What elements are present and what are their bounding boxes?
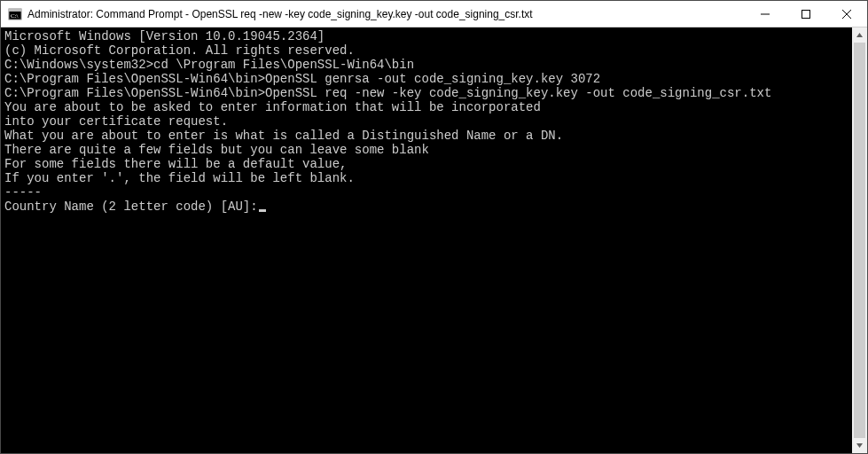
command-prompt-window: C:\ Administrator: Command Prompt - Open… [0,0,868,454]
terminal-output[interactable]: Microsoft Windows [Version 10.0.19045.23… [1,27,852,453]
terminal-cursor [259,209,266,212]
window-controls [745,1,867,27]
terminal-line: C:\Program Files\OpenSSL-Win64\bin>OpenS… [4,86,848,100]
terminal-line: For some fields there will be a default … [4,157,848,171]
minimize-button[interactable] [745,1,786,27]
close-button[interactable] [826,1,867,27]
svg-line-5 [842,10,851,19]
scrollbar-thumb[interactable] [854,43,865,438]
terminal-line: Country Name (2 letter code) [AU]: [4,200,848,214]
terminal-line: C:\Program Files\OpenSSL-Win64\bin>OpenS… [4,72,848,86]
svg-text:C:\: C:\ [11,12,19,20]
maximize-button[interactable] [786,1,826,27]
terminal-line: into your certificate request. [4,114,848,129]
terminal-line: C:\Windows\system32>cd \Program Files\Op… [4,58,848,72]
scroll-down-button[interactable] [852,438,867,453]
terminal-line: ----- [4,185,848,200]
titlebar[interactable]: C:\ Administrator: Command Prompt - Open… [1,1,867,27]
terminal-line: Microsoft Windows [Version 10.0.19045.23… [4,29,848,43]
terminal-line: If you enter '.', the field will be left… [4,171,848,185]
window-body: Microsoft Windows [Version 10.0.19045.23… [1,27,867,453]
svg-line-6 [842,10,851,19]
window-title: Administrator: Command Prompt - OpenSSL … [27,8,745,20]
terminal-line: (c) Microsoft Corporation. All rights re… [4,43,848,58]
scrollbar-track[interactable] [852,43,867,438]
vertical-scrollbar[interactable] [852,27,867,453]
terminal-line: There are quite a few fields but you can… [4,143,848,157]
scroll-up-button[interactable] [852,27,867,43]
svg-marker-7 [856,33,863,37]
app-icon: C:\ [8,7,22,21]
svg-rect-1 [9,9,21,12]
svg-rect-4 [802,10,810,18]
svg-marker-8 [856,443,863,448]
terminal-line: You are about to be asked to enter infor… [4,100,848,114]
terminal-line: What you are about to enter is what is c… [4,129,848,143]
